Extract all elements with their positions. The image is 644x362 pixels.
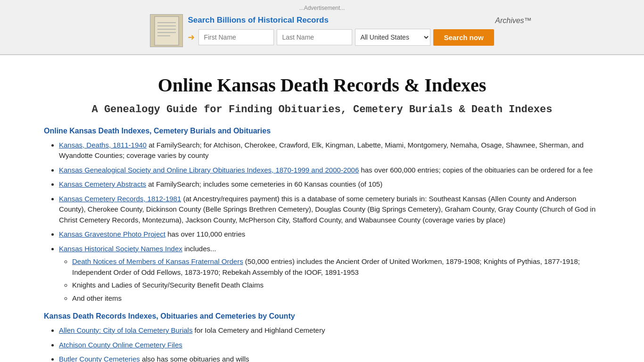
allen-county-text: for Iola Cemetery and Highland Cemetery — [192, 326, 325, 334]
allen-county-link[interactable]: Allen County: City of Iola Cemetery Buri… — [59, 326, 192, 334]
butler-county-link[interactable]: Butler County Cemeteries — [59, 355, 140, 362]
khs-sublist: Death Notices of Members of Kansas Frate… — [59, 256, 600, 304]
kansas-cemetery-abstracts-link[interactable]: Kansas Cemetery Abstracts — [59, 180, 146, 188]
list-item-khs: Kansas Historical Society Names Index in… — [59, 244, 600, 304]
kgs-obituaries-link[interactable]: Kansas Genealogical Society and Online L… — [59, 166, 359, 174]
kansas-cemetery-records-link[interactable]: Kansas Cemetery Records, 1812-1981 — [59, 195, 181, 203]
kansas-deaths-link[interactable]: Kansas, Deaths, 1811-1940 — [59, 141, 147, 149]
kgs-obituaries-text: has over 600,000 entries; copies of the … — [359, 166, 593, 174]
list-item: Kansas, Deaths, 1811-1940 at FamilySearc… — [59, 140, 600, 161]
knights-ladies-text: Knights and Ladies of Security/Security … — [72, 281, 264, 289]
kansas-cemetery-abstracts-text: at FamilySearch; includes some cemeterie… — [146, 180, 382, 188]
sub-list-item: Death Notices of Members of Kansas Frate… — [72, 256, 600, 278]
document-icon — [150, 14, 183, 47]
list-item: Kansas Gravestone Photo Project has over… — [59, 229, 600, 240]
section2-heading: Kansas Death Records Indexes, Obituaries… — [44, 312, 600, 321]
page-subtitle: A Genealogy Guide for Finding Obituaries… — [44, 104, 600, 115]
list-item: Kansas Cemetery Records, 1812-1981 (at A… — [59, 194, 600, 226]
ad-content: Search Billions of Historical Records ➜ … — [188, 16, 494, 46]
kansas-gravestone-link[interactable]: Kansas Gravestone Photo Project — [59, 230, 165, 238]
atchison-county-link[interactable]: Atchison County Online Cemetery Files — [59, 341, 182, 349]
ad-inputs-row: ➜ All United States Kansas Alabama Alask… — [188, 29, 494, 46]
ad-inner: Search Billions of Historical Records ➜ … — [150, 14, 494, 47]
list-item: Kansas Cemetery Abstracts at FamilySearc… — [59, 179, 600, 190]
khs-intro-text: includes... — [182, 245, 216, 253]
butler-county-text: also has some obituaries and wills — [140, 355, 249, 362]
list-item: Kansas Genealogical Society and Online L… — [59, 165, 600, 176]
sub-list-item: Knights and Ladies of Security/Security … — [72, 280, 600, 291]
ad-arrow: ➜ — [188, 32, 195, 42]
khs-names-index-link[interactable]: Kansas Historical Society Names Index — [59, 245, 182, 253]
section1-heading: Online Kansas Death Indexes, Cemetery Bu… — [44, 127, 600, 135]
section1-list: Kansas, Deaths, 1811-1940 at FamilySearc… — [44, 140, 600, 304]
other-items-text: And other items — [72, 294, 122, 302]
kansas-gravestone-text: has over 110,000 entries — [165, 230, 245, 238]
ad-label: ...Advertisement... — [0, 5, 644, 11]
last-name-input[interactable] — [277, 29, 352, 45]
first-name-input[interactable] — [198, 29, 274, 45]
list-item: Allen County: City of Iola Cemetery Buri… — [59, 325, 600, 336]
ad-banner: ...Advertisement... Search Billions of H… — [0, 0, 644, 55]
svg-rect-0 — [155, 16, 179, 45]
death-notices-link[interactable]: Death Notices of Members of Kansas Frate… — [72, 257, 243, 265]
section2-list: Allen County: City of Iola Cemetery Buri… — [44, 325, 600, 362]
sub-list-item: And other items — [72, 293, 600, 304]
search-now-button[interactable]: Search now — [433, 29, 494, 46]
archives-logo: Archives™ — [495, 16, 531, 25]
state-select[interactable]: All United States Kansas Alabama Alaska — [355, 29, 430, 46]
list-item: Atchison County Online Cemetery Files — [59, 340, 600, 351]
page-title: Online Kansas Death Records & Indexes — [44, 74, 600, 96]
ad-title: Search Billions of Historical Records — [188, 16, 494, 25]
list-item: Butler County Cemeteries also has some o… — [59, 354, 600, 362]
main-content: Online Kansas Death Records & Indexes A … — [20, 55, 624, 362]
